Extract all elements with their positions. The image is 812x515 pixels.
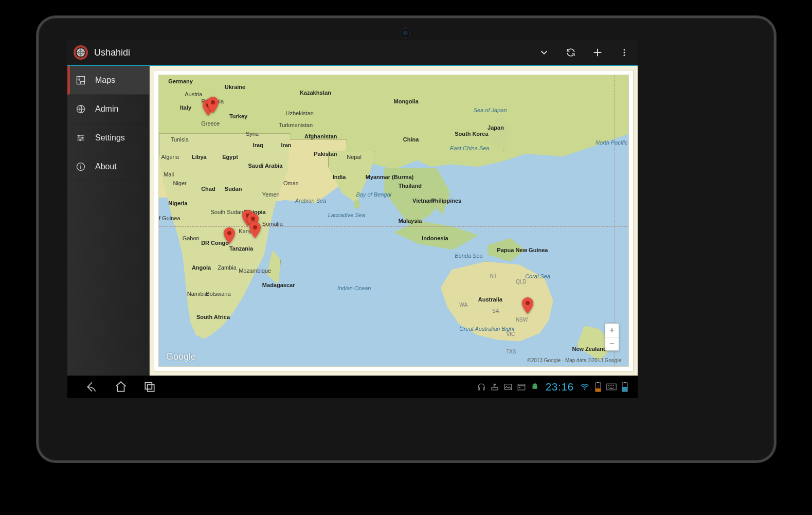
info-icon [75, 161, 87, 173]
sidebar-item-maps[interactable]: Maps [67, 66, 149, 95]
sidebar-item-label: Admin [95, 104, 118, 114]
add-button[interactable] [584, 40, 611, 65]
sidebar-item-label: Maps [95, 76, 115, 85]
battery-warning-icon: ! [591, 376, 605, 398]
app-title: Ushahidi [94, 47, 130, 58]
svg-rect-26 [518, 384, 525, 390]
svg-point-16 [211, 100, 215, 104]
svg-point-13 [80, 164, 81, 165]
keyboard-icon [605, 376, 618, 398]
recent-apps-button[interactable] [135, 376, 164, 398]
headphones-icon [475, 376, 488, 398]
calendar-icon [515, 376, 528, 398]
sidebar-item-label: Settings [95, 133, 125, 143]
svg-point-18 [251, 217, 255, 221]
globe-icon [75, 103, 87, 115]
sidebar-item-admin[interactable]: Admin [67, 95, 149, 123]
svg-rect-10 [82, 137, 83, 138]
svg-text:!: ! [598, 384, 599, 389]
actionbar: Ushahidi [67, 40, 638, 65]
map-marker-drc[interactable] [224, 227, 235, 244]
map-zoom-out[interactable]: − [605, 337, 619, 350]
home-button[interactable] [106, 376, 135, 398]
svg-rect-25 [504, 384, 512, 390]
camera-icon [401, 28, 410, 38]
map-attribution: ©2013 Google - Map data ©2013 Google [527, 358, 621, 363]
battery-icon [618, 376, 631, 398]
map-frame: Germany Ukraine Austria Romania Italy Gr… [154, 70, 634, 371]
map-marker-greece-2[interactable] [207, 97, 219, 113]
svg-rect-23 [148, 385, 154, 392]
svg-point-6 [624, 55, 625, 56]
svg-rect-9 [78, 135, 80, 136]
svg-point-20 [227, 231, 231, 235]
content: Maps Admin Settings About [67, 65, 638, 376]
sidebar-item-settings[interactable]: Settings [67, 123, 149, 152]
svg-rect-28 [519, 387, 520, 388]
app-logo-icon [73, 44, 89, 61]
refresh-button[interactable] [557, 40, 584, 65]
svg-rect-33 [597, 382, 599, 383]
map-icon [75, 74, 87, 86]
svg-rect-11 [80, 139, 81, 140]
sidebar-item-about[interactable]: About [67, 152, 149, 181]
svg-point-19 [253, 225, 257, 229]
overflow-menu-button[interactable] [611, 40, 638, 65]
sidebar-item-label: About [95, 162, 117, 171]
svg-point-5 [624, 52, 625, 54]
upload-icon [488, 376, 501, 398]
sliders-icon [75, 132, 87, 144]
svg-point-29 [533, 385, 534, 386]
svg-rect-36 [607, 384, 616, 390]
landmass-srilanka [354, 200, 360, 209]
svg-rect-7 [77, 76, 85, 84]
svg-point-30 [535, 385, 536, 386]
image-icon [501, 376, 515, 398]
map-zoom-controls: + − [605, 323, 619, 351]
android-icon [528, 376, 542, 398]
svg-rect-38 [624, 382, 626, 383]
svg-rect-24 [492, 388, 498, 390]
screen: Ushahidi Maps Adm [67, 40, 638, 398]
status-area[interactable]: 23:16 ! [475, 376, 638, 398]
svg-rect-22 [145, 382, 152, 389]
map-viewport[interactable]: Germany Ukraine Austria Romania Italy Gr… [158, 75, 629, 367]
google-logo: Google [166, 351, 196, 362]
map-marker-kenya[interactable] [249, 222, 261, 238]
wifi-icon [578, 376, 591, 398]
equator-line [159, 226, 628, 227]
svg-point-31 [584, 389, 586, 390]
map-panel: Germany Ukraine Austria Romania Italy Gr… [149, 66, 638, 376]
svg-rect-14 [80, 166, 81, 169]
dropdown-button[interactable] [531, 40, 557, 65]
svg-rect-39 [622, 387, 627, 392]
back-button[interactable] [78, 376, 106, 398]
svg-point-21 [526, 301, 530, 305]
map-zoom-in[interactable]: + [605, 324, 619, 337]
clock: 23:16 [542, 381, 578, 393]
sidebar: Maps Admin Settings About [67, 66, 149, 376]
navbar: 23:16 ! [67, 376, 638, 398]
map-marker-australia[interactable] [522, 297, 533, 314]
svg-point-4 [624, 49, 625, 50]
